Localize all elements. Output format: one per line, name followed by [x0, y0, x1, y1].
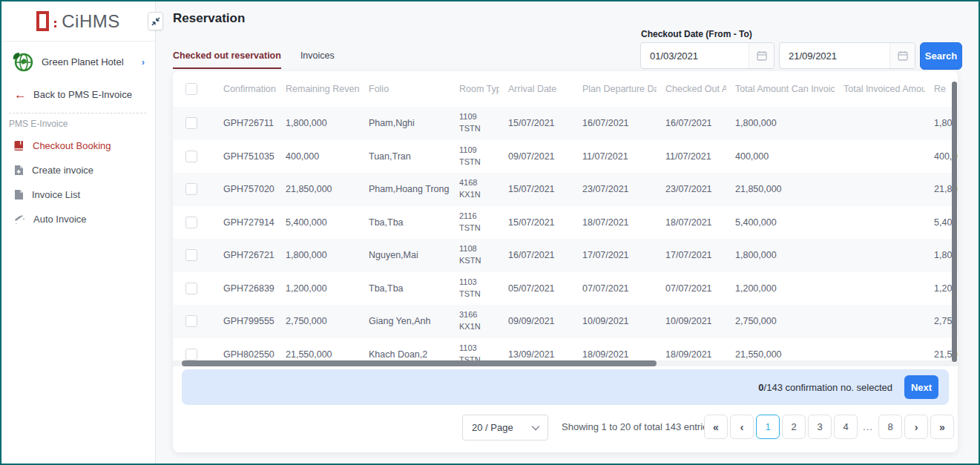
cell-arrival: 15/07/2021: [499, 173, 573, 206]
page-size-select[interactable]: 20 / Page: [462, 415, 548, 441]
cell-plan-departure: 16/07/2021: [573, 107, 657, 140]
reservation-table: Confirmation Remaining Revenue Folio Roo…: [173, 71, 958, 360]
cell-arrival: 15/07/2021: [499, 206, 573, 240]
sidebar-section-label: PMS E-Invoice: [9, 119, 68, 129]
col-remaining-revenue: Remaining Revenue: [277, 71, 360, 107]
cell-total-invoiced: [835, 107, 925, 140]
cell-folio: Tuan,Tran: [360, 140, 450, 174]
sidebar-item-checkout-booking[interactable]: Checkout Booking: [1, 135, 155, 156]
pagination: 20 / Page Showing 1 to 20 of total 143 e…: [173, 411, 958, 443]
app-window: CiHMS Green Planet Hotel ›: [0, 0, 980, 465]
cell-total-invoiced: [835, 272, 925, 306]
cell-room-type: 3166KX1N: [450, 305, 499, 338]
collapse-sidebar-button[interactable]: [148, 12, 163, 30]
cell-total-invoiced: [835, 305, 925, 338]
cell-remaining-revenue: 5,400,000: [277, 206, 360, 240]
date-to-input[interactable]: 21/09/2021: [779, 42, 915, 69]
cell-checked-out: 17/07/2021: [657, 239, 726, 272]
col-total-invoiced-amount: Total Invoiced Amount: [835, 71, 925, 107]
cell-confirmation: GPH726839: [214, 272, 277, 306]
page-ellipsis[interactable]: ...: [860, 421, 876, 432]
cell-folio: Tba,Tba: [360, 206, 450, 240]
sidebar-item-create-invoice[interactable]: Create invoice: [1, 159, 155, 181]
cell-plan-departure: 07/07/2021: [573, 272, 657, 306]
search-button[interactable]: Search: [920, 42, 962, 70]
cell-room-type: 4168KX1N: [450, 173, 499, 206]
cell-total-can-invoice: 5,400,000: [726, 206, 835, 240]
back-to-pms-link[interactable]: ← Back to PMS E-Invoice: [14, 88, 132, 101]
table-row: GPH799555 2,750,000 Giang Yen,Anh 3166KX…: [173, 305, 958, 338]
checkout-date-label: Checkout Date (From - To): [641, 29, 752, 39]
date-from-input[interactable]: 01/03/2021: [640, 42, 775, 69]
cell-remaining-revenue: 21,850,000: [277, 173, 360, 206]
page-button-3[interactable]: 3: [808, 415, 832, 439]
selection-count-text: 0/143 confirmation no. selected: [758, 382, 892, 393]
page-button-8[interactable]: 8: [878, 415, 902, 439]
cell-total-can-invoice: 1,200,000: [726, 272, 835, 306]
sidebar-menu: Checkout Booking Create invoice Invoice …: [1, 135, 155, 233]
cell-remaining-revenue: 21,550,000: [277, 338, 360, 361]
cell-room-type: 2116TSTN: [450, 206, 499, 240]
cell-remaining-revenue: 2,750,000: [277, 305, 360, 338]
cell-total-can-invoice: 1,800,000: [726, 239, 835, 272]
tab-invoices[interactable]: Invoices: [300, 50, 335, 69]
cell-confirmation: GPH726711: [214, 107, 277, 140]
col-arrival-date: Arrival Date: [499, 71, 573, 107]
collapse-sidebar-icon: [151, 17, 160, 26]
row-checkbox[interactable]: [185, 151, 197, 162]
table-row: GPH726711 1,800,000 Pham,Nghi 1109TSTN 1…: [173, 107, 958, 140]
main-content: Reservation Checkout Date (From - To) 01…: [156, 1, 979, 464]
tab-checked-out-reservation[interactable]: Checked out reservation: [173, 50, 281, 69]
cell-room-type: 1109TSTN: [450, 107, 499, 140]
pagination-summary: Showing 1 to 20 of total 143 entries: [562, 421, 713, 432]
calendar-icon[interactable]: [749, 43, 774, 68]
sidebar-item-label: Invoice List: [32, 189, 80, 200]
cell-checked-out: 16/07/2021: [657, 107, 726, 140]
prev-page-button[interactable]: ‹: [730, 415, 754, 439]
cell-plan-departure: 10/09/2021: [573, 305, 657, 338]
page-button-2[interactable]: 2: [782, 415, 806, 439]
page-button-1[interactable]: 1: [756, 415, 780, 439]
cell-total-can-invoice: 1,800,000: [726, 107, 835, 140]
row-checkbox[interactable]: [185, 315, 197, 327]
page-button-4[interactable]: 4: [834, 415, 858, 439]
row-checkbox[interactable]: [185, 349, 197, 360]
cell-remaining-revenue: 1,800,000: [277, 239, 360, 272]
date-to-value: 21/09/2021: [780, 50, 889, 62]
page-title: Reservation: [173, 11, 245, 26]
chevron-down-icon: [531, 425, 540, 431]
select-all-checkbox[interactable]: [185, 83, 197, 95]
next-button[interactable]: Next: [904, 375, 938, 399]
file-plus-icon: [14, 165, 24, 176]
row-checkbox[interactable]: [185, 283, 197, 294]
row-checkbox[interactable]: [185, 249, 197, 261]
cell-arrival: 16/07/2021: [499, 239, 573, 272]
horizontal-scrollbar-thumb[interactable]: [182, 360, 657, 366]
cell-room-type: 1108KSTN: [450, 239, 499, 272]
globe-icon: [12, 50, 34, 73]
chevron-right-icon: ›: [142, 56, 145, 67]
cell-confirmation: GPH727914: [214, 206, 277, 240]
selection-bar: 0/143 confirmation no. selected Next: [182, 369, 949, 405]
calendar-icon[interactable]: [889, 43, 915, 68]
table-row: GPH802550 21,550,000 Khach Doan,2 1103TS…: [173, 338, 958, 361]
next-page-button[interactable]: ›: [904, 415, 928, 439]
row-checkbox[interactable]: [185, 183, 197, 195]
cell-total-can-invoice: 2,750,000: [726, 305, 835, 338]
sidebar-item-invoice-list[interactable]: Invoice List: [1, 184, 155, 205]
row-checkbox[interactable]: [185, 217, 197, 228]
table-row: GPH726721 1,800,000 Nguyen,Mai 1108KSTN …: [173, 239, 958, 272]
cell-checked-out: 18/07/2021: [657, 206, 726, 240]
cell-total-invoiced: [835, 239, 925, 272]
hotel-selector[interactable]: Green Planet Hotel ›: [1, 47, 155, 76]
sidebar-item-auto-invoice[interactable]: Auto Invoice: [1, 208, 155, 230]
vertical-scrollbar-thumb[interactable]: [952, 82, 957, 362]
row-checkbox[interactable]: [185, 117, 197, 129]
cell-total-invoiced: [835, 140, 925, 174]
first-page-button[interactable]: «: [704, 415, 728, 439]
pagination-buttons: « ‹ 1 2 3 4 ... 8 › »: [704, 415, 954, 439]
last-page-button[interactable]: »: [930, 415, 954, 439]
cell-confirmation: GPH726721: [214, 239, 277, 272]
horizontal-scrollbar: [173, 360, 958, 366]
col-confirmation: Confirmation: [214, 71, 277, 107]
